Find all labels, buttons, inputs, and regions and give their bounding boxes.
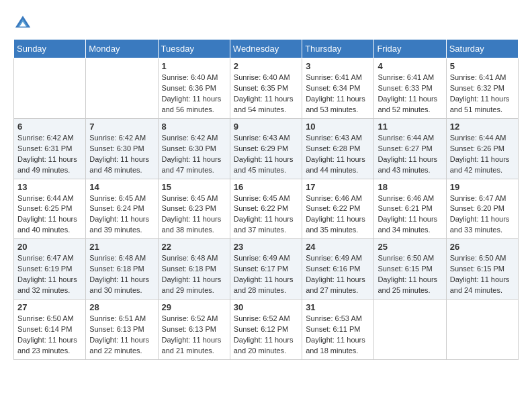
calendar-cell: 7Sunrise: 6:42 AMSunset: 6:30 PMDaylight… — [86, 118, 158, 179]
cell-info: Sunrise: 6:53 AMSunset: 6:11 PMDaylight:… — [306, 314, 365, 355]
calendar-cell: 9Sunrise: 6:43 AMSunset: 6:29 PMDaylight… — [230, 118, 302, 179]
day-number: 2 — [234, 61, 298, 71]
calendar-week-row: 6Sunrise: 6:42 AMSunset: 6:31 PMDaylight… — [14, 118, 519, 179]
calendar-cell: 23Sunrise: 6:49 AMSunset: 6:17 PMDayligh… — [230, 239, 302, 300]
weekday-header-wednesday: Wednesday — [230, 40, 302, 58]
weekday-header-saturday: Saturday — [446, 40, 518, 58]
calendar-cell: 10Sunrise: 6:43 AMSunset: 6:28 PMDayligh… — [302, 118, 374, 179]
cell-info: Sunrise: 6:47 AMSunset: 6:20 PMDaylight:… — [450, 194, 510, 234]
day-number: 7 — [89, 122, 154, 132]
weekday-header-monday: Monday — [86, 40, 158, 58]
calendar-cell: 31Sunrise: 6:53 AMSunset: 6:11 PMDayligh… — [302, 300, 374, 360]
calendar-cell — [374, 300, 446, 360]
cell-info: Sunrise: 6:43 AMSunset: 6:28 PMDaylight:… — [306, 134, 365, 174]
cell-info: Sunrise: 6:41 AMSunset: 6:33 PMDaylight:… — [378, 73, 437, 113]
cell-info: Sunrise: 6:50 AMSunset: 6:15 PMDaylight:… — [450, 254, 510, 294]
calendar-week-row: 1Sunrise: 6:40 AMSunset: 6:36 PMDaylight… — [14, 58, 519, 119]
calendar-cell: 29Sunrise: 6:52 AMSunset: 6:13 PMDayligh… — [158, 300, 230, 360]
cell-info: Sunrise: 6:41 AMSunset: 6:34 PMDaylight:… — [306, 73, 365, 113]
calendar-week-row: 13Sunrise: 6:44 AMSunset: 6:25 PMDayligh… — [14, 179, 519, 239]
day-number: 24 — [306, 242, 370, 252]
calendar-cell: 22Sunrise: 6:48 AMSunset: 6:18 PMDayligh… — [158, 239, 230, 300]
day-number: 1 — [162, 61, 226, 71]
calendar-cell — [86, 58, 158, 119]
cell-info: Sunrise: 6:49 AMSunset: 6:16 PMDaylight:… — [306, 254, 365, 294]
calendar-cell — [14, 58, 86, 119]
weekday-header-sunday: Sunday — [14, 40, 86, 58]
day-number: 6 — [17, 122, 82, 132]
cell-info: Sunrise: 6:48 AMSunset: 6:18 PMDaylight:… — [89, 254, 149, 294]
day-number: 18 — [378, 182, 442, 192]
day-number: 10 — [306, 122, 370, 132]
calendar-cell: 1Sunrise: 6:40 AMSunset: 6:36 PMDaylight… — [158, 58, 230, 119]
calendar-cell: 30Sunrise: 6:52 AMSunset: 6:12 PMDayligh… — [230, 300, 302, 360]
weekday-header-friday: Friday — [374, 40, 446, 58]
calendar-cell: 6Sunrise: 6:42 AMSunset: 6:31 PMDaylight… — [14, 118, 86, 179]
weekday-header-thursday: Thursday — [302, 40, 374, 58]
cell-info: Sunrise: 6:48 AMSunset: 6:18 PMDaylight:… — [162, 254, 222, 294]
weekday-header-tuesday: Tuesday — [158, 40, 230, 58]
cell-info: Sunrise: 6:49 AMSunset: 6:17 PMDaylight:… — [234, 254, 294, 294]
calendar-cell: 3Sunrise: 6:41 AMSunset: 6:34 PMDaylight… — [302, 58, 374, 119]
day-number: 14 — [89, 182, 154, 192]
day-number: 12 — [450, 122, 515, 132]
cell-info: Sunrise: 6:45 AMSunset: 6:23 PMDaylight:… — [162, 194, 222, 234]
day-number: 22 — [162, 242, 226, 252]
day-number: 9 — [234, 122, 298, 132]
cell-info: Sunrise: 6:41 AMSunset: 6:32 PMDaylight:… — [450, 73, 510, 113]
day-number: 30 — [234, 302, 298, 312]
calendar-cell: 16Sunrise: 6:45 AMSunset: 6:22 PMDayligh… — [230, 179, 302, 239]
cell-info: Sunrise: 6:42 AMSunset: 6:31 PMDaylight:… — [17, 134, 77, 174]
cell-info: Sunrise: 6:42 AMSunset: 6:30 PMDaylight:… — [89, 134, 149, 174]
cell-info: Sunrise: 6:40 AMSunset: 6:36 PMDaylight:… — [162, 73, 222, 113]
cell-info: Sunrise: 6:43 AMSunset: 6:29 PMDaylight:… — [234, 134, 294, 174]
cell-info: Sunrise: 6:51 AMSunset: 6:13 PMDaylight:… — [89, 314, 149, 355]
cell-info: Sunrise: 6:42 AMSunset: 6:30 PMDaylight:… — [162, 134, 222, 174]
cell-info: Sunrise: 6:44 AMSunset: 6:26 PMDaylight:… — [450, 134, 510, 174]
calendar-cell: 14Sunrise: 6:45 AMSunset: 6:24 PMDayligh… — [86, 179, 158, 239]
day-number: 4 — [378, 61, 442, 71]
cell-info: Sunrise: 6:45 AMSunset: 6:24 PMDaylight:… — [89, 194, 149, 234]
calendar-cell: 26Sunrise: 6:50 AMSunset: 6:15 PMDayligh… — [446, 239, 518, 300]
logo-icon — [13, 13, 32, 32]
day-number: 13 — [17, 182, 82, 192]
calendar-cell: 5Sunrise: 6:41 AMSunset: 6:32 PMDaylight… — [446, 58, 518, 119]
calendar-cell — [446, 300, 518, 360]
day-number: 16 — [234, 182, 298, 192]
day-number: 28 — [89, 302, 154, 312]
day-number: 3 — [306, 61, 370, 71]
day-number: 27 — [17, 302, 82, 312]
cell-info: Sunrise: 6:52 AMSunset: 6:12 PMDaylight:… — [234, 314, 294, 355]
calendar-cell: 19Sunrise: 6:47 AMSunset: 6:20 PMDayligh… — [446, 179, 518, 239]
calendar-cell: 15Sunrise: 6:45 AMSunset: 6:23 PMDayligh… — [158, 179, 230, 239]
day-number: 21 — [89, 242, 154, 252]
calendar-cell: 11Sunrise: 6:44 AMSunset: 6:27 PMDayligh… — [374, 118, 446, 179]
weekday-header-row: SundayMondayTuesdayWednesdayThursdayFrid… — [14, 40, 519, 58]
cell-info: Sunrise: 6:47 AMSunset: 6:19 PMDaylight:… — [17, 254, 77, 294]
calendar-week-row: 20Sunrise: 6:47 AMSunset: 6:19 PMDayligh… — [14, 239, 519, 300]
calendar-cell: 2Sunrise: 6:40 AMSunset: 6:35 PMDaylight… — [230, 58, 302, 119]
cell-info: Sunrise: 6:44 AMSunset: 6:27 PMDaylight:… — [378, 134, 437, 174]
logo — [13, 13, 35, 32]
calendar-cell: 4Sunrise: 6:41 AMSunset: 6:33 PMDaylight… — [374, 58, 446, 119]
calendar-cell: 21Sunrise: 6:48 AMSunset: 6:18 PMDayligh… — [86, 239, 158, 300]
cell-info: Sunrise: 6:46 AMSunset: 6:21 PMDaylight:… — [378, 194, 437, 234]
cell-info: Sunrise: 6:52 AMSunset: 6:13 PMDaylight:… — [162, 314, 222, 355]
day-number: 5 — [450, 61, 515, 71]
cell-info: Sunrise: 6:46 AMSunset: 6:22 PMDaylight:… — [306, 194, 365, 234]
cell-info: Sunrise: 6:45 AMSunset: 6:22 PMDaylight:… — [234, 194, 294, 234]
calendar-cell: 25Sunrise: 6:50 AMSunset: 6:15 PMDayligh… — [374, 239, 446, 300]
day-number: 20 — [17, 242, 82, 252]
day-number: 23 — [234, 242, 298, 252]
calendar-cell: 24Sunrise: 6:49 AMSunset: 6:16 PMDayligh… — [302, 239, 374, 300]
calendar-week-row: 27Sunrise: 6:50 AMSunset: 6:14 PMDayligh… — [14, 300, 519, 360]
day-number: 31 — [306, 302, 370, 312]
day-number: 26 — [450, 242, 515, 252]
day-number: 15 — [162, 182, 226, 192]
calendar-cell: 27Sunrise: 6:50 AMSunset: 6:14 PMDayligh… — [14, 300, 86, 360]
day-number: 8 — [162, 122, 226, 132]
cell-info: Sunrise: 6:50 AMSunset: 6:14 PMDaylight:… — [17, 314, 77, 355]
day-number: 29 — [162, 302, 226, 312]
calendar-cell: 8Sunrise: 6:42 AMSunset: 6:30 PMDaylight… — [158, 118, 230, 179]
calendar-cell: 18Sunrise: 6:46 AMSunset: 6:21 PMDayligh… — [374, 179, 446, 239]
